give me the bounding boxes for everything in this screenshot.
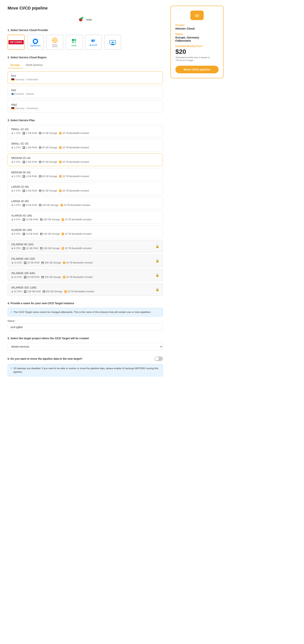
svg-rect-11 <box>72 39 74 41</box>
cpu-icon: 🖥 <box>11 218 13 221</box>
tab-europe[interactable]: Europe <box>8 62 23 68</box>
storage-icon: 💾 <box>39 204 42 206</box>
step6-section: 6. Do you want to move the pipeline data… <box>8 356 163 376</box>
storage-icon: 💾 <box>40 218 42 221</box>
provider-cloud[interactable] <box>104 35 121 50</box>
summary-logo: ∞ <box>176 10 218 20</box>
step3-section: 3. Select Service Plan SMALL-1C-2G 🖥1 CP… <box>8 119 163 296</box>
pipeline-data-toggle[interactable] <box>154 356 163 361</box>
info-icon-6: i <box>11 367 12 370</box>
ram-icon: 🔲 <box>22 204 25 206</box>
provider-hetzner[interactable]: HETZNER <box>8 35 24 50</box>
provider-cards: HETZNER DigitalOcean <box>8 35 163 50</box>
ram-icon: 🔲 <box>22 218 25 221</box>
plan-card-large-2c-8g[interactable]: LARGE-2C-8G 🖥2 CPU 🔲8 GB RAM 💾80 GB Stor… <box>8 182 163 195</box>
plan-card-small-1c-2g[interactable]: SMALL-1C-2G 🖥1 CPU 🔲2 GB RAM 💾20 GB Stor… <box>8 125 163 137</box>
svg-rect-14 <box>74 41 76 43</box>
plan-name-2xlarge-16c-32g: 2XLARGE-16C-32G <box>11 257 92 260</box>
plan-name-small-2c-2g: SMALL-2C-2G <box>11 142 89 145</box>
region-list: fsn1 🇩🇪 Germany - Falkenstein hel1 🇫🇮 Fi… <box>8 72 163 113</box>
step3-title: 3. Select Service Plan <box>8 119 163 122</box>
region-hel1-code: hel1 <box>11 89 159 92</box>
provider-digitalocean[interactable]: DigitalOcean <box>27 35 44 50</box>
step2-title: 2. Select Service Cloud Region <box>8 56 163 59</box>
bandwidth-icon: 📶 <box>59 132 62 134</box>
name-input[interactable] <box>8 324 163 331</box>
ram-icon: 🔲 <box>24 290 26 293</box>
provider-linode[interactable]: linode <box>66 35 82 50</box>
lightsail-icon <box>52 37 58 44</box>
lightsail-label: AmazonLightsail <box>52 44 58 47</box>
project-select[interactable]: elestio-services <box>8 343 163 350</box>
required-star: * <box>14 320 15 322</box>
cpu-icon: 🖥 <box>11 276 13 278</box>
region-label: Region <box>176 33 218 36</box>
step4-section: 4. Provide a name for your new CICD Targ… <box>8 302 163 331</box>
plan-card-small-2c-2g[interactable]: SMALL-2C-2G 🖥2 CPU 🔲2 GB RAM 💾40 GB Stor… <box>8 139 163 152</box>
plan-name-large-4c-8g: LARGE-4C-8G <box>11 200 90 203</box>
info-icon-4: i <box>11 310 12 314</box>
region-nbg1[interactable]: nbg1 🇩🇪 Germany - Nuremberg <box>8 100 163 113</box>
step5-section: 5. Select the target project where the C… <box>8 337 163 350</box>
plan-card-medium-3c-4g[interactable]: MEDIUM-3C-4G 🖥3 CPU 🔲4 GB RAM 💾80 GB Sto… <box>8 168 163 180</box>
svg-rect-13 <box>72 41 74 43</box>
bandwidth-icon: 📶 <box>59 190 62 192</box>
ram-icon: 🔲 <box>22 233 25 235</box>
region-hel1-detail: 🇫🇮 Finlande - Helsinki <box>11 92 159 96</box>
bandwidth-icon: 📶 <box>63 262 66 264</box>
cpu-icon: 🖥 <box>11 190 13 192</box>
plan-name-medium-3c-4g: MEDIUM-3C-4G <box>11 171 89 174</box>
plan-card-2xlarge-8c-32g: 2XLARGE-8C-32G 🖥8 CPU 🔲32 GB RAM 💾240 GB… <box>8 240 163 252</box>
storage-icon: 💾 <box>41 276 44 278</box>
plan-card-medium-2c-4g[interactable]: MEDIUM-2C-4G 🖥2 CPU 🔲4 GB RAM 💾40 GB Sto… <box>8 154 163 166</box>
plan-name-3xlarge-16c-64g: 3XLARGE-16C-64G <box>11 272 92 275</box>
step4-info-text: The CICD Target name cannot be changed a… <box>14 310 151 314</box>
plan-specs-small-1c-2g: 🖥1 CPU 🔲2 GB RAM 💾20 GB Storage 📶20 TB B… <box>11 132 89 134</box>
plan-name-xlarge-8c-16g: XLARGE-8C-16G <box>11 228 92 232</box>
flag-de-2: 🇩🇪 <box>11 107 14 110</box>
region-hel1[interactable]: hel1 🇫🇮 Finlande - Helsinki <box>8 86 163 98</box>
svg-point-22 <box>112 42 113 43</box>
plan-card-xlarge-4c-16g[interactable]: XLARGE-4C-16G 🖥4 CPU 🔲16 GB RAM 💾160 GB … <box>8 211 163 224</box>
region-nbg1-location: Germany - Nuremberg <box>15 107 38 110</box>
cpu-icon: 🖥 <box>11 247 13 250</box>
step4-title: 4. Provide a name for your new CICD Targ… <box>8 302 163 305</box>
region-fsn1[interactable]: fsn1 🇩🇪 Germany - Falkenstein <box>8 72 163 84</box>
provider-label: Provider <box>176 24 218 26</box>
step6-info-text: S3 backups are disabled. If you want to … <box>14 366 160 374</box>
storage-icon: 💾 <box>40 247 42 250</box>
bandwidth-icon: 📶 <box>63 276 66 278</box>
page-title: Move CI/CD pipeline <box>8 6 163 10</box>
region-hel1-location: Finlande - Helsinki <box>15 92 34 95</box>
plan-specs-small-2c-2g: 🖥2 CPU 🔲2 GB RAM 💾40 GB Storage 📶20 TB B… <box>11 146 89 149</box>
vultr-icon <box>91 38 96 44</box>
move-pipeline-button[interactable]: Move CI/CD pipeline <box>176 66 218 73</box>
plan-card-3xlarge-16c-64g: 3XLARGE-16C-64G 🖥16 CPU 🔲64 GB RAM 💾360 … <box>8 269 163 281</box>
step6-info-box: i S3 backups are disabled. If you want t… <box>8 364 163 376</box>
storage-icon: 💾 <box>39 132 42 134</box>
plan-specs-2xlarge-16c-32g: 🖥16 CPU 🔲32 GB RAM 💾360 GB Storage 📶20 T… <box>11 262 92 264</box>
svg-rect-12 <box>74 39 76 41</box>
step2-section: 2. Select Service Cloud Region Europe No… <box>8 56 163 113</box>
provider-lightsail[interactable]: AmazonLightsail <box>46 35 63 50</box>
plan-specs-xlarge-4c-16g: 🖥4 CPU 🔲16 GB RAM 💾160 GB Storage 📶20 TB… <box>11 218 92 221</box>
cpu-icon: 🖥 <box>11 262 13 264</box>
plan-card-large-4c-8g[interactable]: LARGE-4C-8G 🖥4 CPU 🔲8 GB RAM 💾160 GB Sto… <box>8 197 163 209</box>
do-label: DigitalOcean <box>30 45 40 46</box>
summary-card: ∞ Provider Hetzner Cloud Region Europe, … <box>170 6 224 78</box>
plan-name-4xlarge-32c-128g: 4XLARGE-32C-128G <box>11 286 94 289</box>
plan-card-xlarge-8c-16g[interactable]: XLARGE-8C-16G 🖥8 CPU 🔲16 GB RAM 💾240 GB … <box>8 226 163 238</box>
provider-vultr[interactable]: ▶ VULTR <box>85 35 102 50</box>
redis-icon <box>78 16 84 23</box>
ram-icon: 🔲 <box>22 161 25 163</box>
plan-list: SMALL-1C-2G 🖥1 CPU 🔲2 GB RAM 💾20 GB Stor… <box>8 125 163 296</box>
ram-icon: 🔲 <box>22 175 25 178</box>
plan-specs-2xlarge-8c-32g: 🖥8 CPU 🔲32 GB RAM 💾240 GB Storage 📶20 TB… <box>11 247 92 250</box>
tab-north-america[interactable]: North America <box>23 62 46 68</box>
plan-name-2xlarge-8c-32g: 2XLARGE-8C-32G <box>11 243 92 246</box>
region-nbg1-detail: 🇩🇪 Germany - Nuremberg <box>11 107 159 110</box>
name-label: Name* <box>8 320 163 322</box>
cpu-icon: 🖥 <box>11 161 13 163</box>
step4-info-box: i The CICD Target name cannot be changed… <box>8 308 163 316</box>
plan-name-large-2c-8g: LARGE-2C-8G <box>11 185 89 188</box>
